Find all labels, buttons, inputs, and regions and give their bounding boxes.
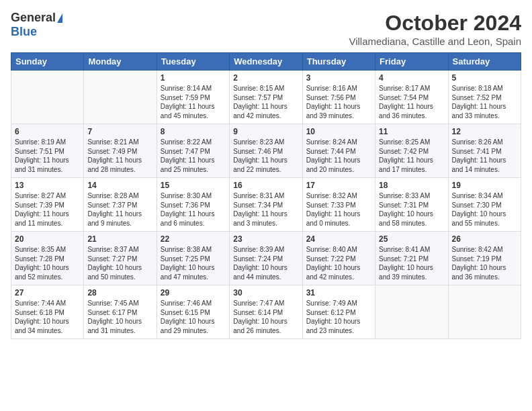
calendar-cell: 12Sunrise: 8:26 AM Sunset: 7:41 PM Dayli… <box>448 124 521 178</box>
calendar-cell: 18Sunrise: 8:33 AM Sunset: 7:31 PM Dayli… <box>375 178 448 232</box>
logo-blue-text: Blue <box>11 25 37 39</box>
day-number: 26 <box>452 234 517 244</box>
cell-content: Sunrise: 8:38 AM Sunset: 7:25 PM Dayligh… <box>161 245 226 281</box>
day-number: 16 <box>233 181 298 190</box>
calendar-cell: 29Sunrise: 7:46 AM Sunset: 6:15 PM Dayli… <box>157 285 229 339</box>
calendar-cell: 22Sunrise: 8:38 AM Sunset: 7:25 PM Dayli… <box>157 232 229 285</box>
cell-content: Sunrise: 8:34 AM Sunset: 7:30 PM Dayligh… <box>452 191 517 228</box>
cell-content: Sunrise: 8:42 AM Sunset: 7:19 PM Dayligh… <box>452 245 517 281</box>
calendar-cell: 15Sunrise: 8:30 AM Sunset: 7:36 PM Dayli… <box>157 178 229 232</box>
calendar-cell: 1Sunrise: 8:14 AM Sunset: 7:59 PM Daylig… <box>157 71 229 124</box>
day-number: 1 <box>161 73 226 83</box>
day-number: 14 <box>87 181 152 190</box>
calendar-cell: 30Sunrise: 7:47 AM Sunset: 6:14 PM Dayli… <box>230 285 302 339</box>
cell-content: Sunrise: 8:17 AM Sunset: 7:54 PM Dayligh… <box>379 84 444 120</box>
cell-content: Sunrise: 8:18 AM Sunset: 7:52 PM Dayligh… <box>452 84 517 120</box>
cell-content: Sunrise: 8:23 AM Sunset: 7:46 PM Dayligh… <box>233 138 298 174</box>
page-header: General Blue October 2024 Villamediana, … <box>11 11 521 47</box>
day-number: 6 <box>15 127 80 136</box>
day-number: 2 <box>233 73 298 83</box>
cell-content: Sunrise: 8:39 AM Sunset: 7:24 PM Dayligh… <box>233 245 298 281</box>
calendar-week-row: 6Sunrise: 8:19 AM Sunset: 7:51 PM Daylig… <box>11 124 521 178</box>
day-number: 15 <box>161 181 226 190</box>
calendar-cell: 23Sunrise: 8:39 AM Sunset: 7:24 PM Dayli… <box>230 232 302 285</box>
cell-content: Sunrise: 7:44 AM Sunset: 6:18 PM Dayligh… <box>15 299 80 335</box>
calendar-cell <box>375 285 448 339</box>
calendar-cell: 26Sunrise: 8:42 AM Sunset: 7:19 PM Dayli… <box>448 232 521 285</box>
cell-content: Sunrise: 8:25 AM Sunset: 7:42 PM Dayligh… <box>379 138 444 174</box>
weekday-header-monday: Monday <box>84 53 157 71</box>
cell-content: Sunrise: 8:26 AM Sunset: 7:41 PM Dayligh… <box>452 138 517 174</box>
calendar-cell: 14Sunrise: 8:28 AM Sunset: 7:37 PM Dayli… <box>84 178 157 232</box>
location-subtitle: Villamediana, Castille and Leon, Spain <box>349 36 521 47</box>
calendar-cell: 31Sunrise: 7:49 AM Sunset: 6:12 PM Dayli… <box>302 285 375 339</box>
weekday-header-saturday: Saturday <box>448 53 521 71</box>
calendar-cell: 16Sunrise: 8:31 AM Sunset: 7:34 PM Dayli… <box>230 178 302 232</box>
weekday-header-row: SundayMondayTuesdayWednesdayThursdayFrid… <box>11 53 521 71</box>
day-number: 8 <box>161 127 226 136</box>
day-number: 18 <box>379 181 444 190</box>
day-number: 10 <box>306 127 371 136</box>
logo-triangle-icon <box>57 13 62 23</box>
cell-content: Sunrise: 8:24 AM Sunset: 7:44 PM Dayligh… <box>306 138 371 174</box>
cell-content: Sunrise: 8:19 AM Sunset: 7:51 PM Dayligh… <box>15 138 80 174</box>
weekday-header-thursday: Thursday <box>302 53 375 71</box>
calendar-cell: 7Sunrise: 8:21 AM Sunset: 7:49 PM Daylig… <box>84 124 157 178</box>
calendar-cell <box>448 285 521 339</box>
cell-content: Sunrise: 8:22 AM Sunset: 7:47 PM Dayligh… <box>161 138 226 174</box>
calendar-cell: 13Sunrise: 8:27 AM Sunset: 7:39 PM Dayli… <box>11 178 84 232</box>
calendar-cell: 24Sunrise: 8:40 AM Sunset: 7:22 PM Dayli… <box>302 232 375 285</box>
cell-content: Sunrise: 7:47 AM Sunset: 6:14 PM Dayligh… <box>233 299 298 335</box>
cell-content: Sunrise: 7:46 AM Sunset: 6:15 PM Dayligh… <box>161 299 226 335</box>
cell-content: Sunrise: 8:32 AM Sunset: 7:33 PM Dayligh… <box>306 191 371 228</box>
calendar-cell: 27Sunrise: 7:44 AM Sunset: 6:18 PM Dayli… <box>11 285 84 339</box>
calendar-header: SundayMondayTuesdayWednesdayThursdayFrid… <box>11 53 521 71</box>
calendar-cell: 10Sunrise: 8:24 AM Sunset: 7:44 PM Dayli… <box>302 124 375 178</box>
day-number: 29 <box>161 288 226 298</box>
day-number: 22 <box>161 234 226 244</box>
weekday-header-sunday: Sunday <box>11 53 84 71</box>
title-block: October 2024 Villamediana, Castille and … <box>349 11 521 47</box>
day-number: 27 <box>15 288 80 298</box>
calendar-week-row: 1Sunrise: 8:14 AM Sunset: 7:59 PM Daylig… <box>11 71 521 124</box>
calendar-week-row: 13Sunrise: 8:27 AM Sunset: 7:39 PM Dayli… <box>11 178 521 232</box>
calendar-cell: 11Sunrise: 8:25 AM Sunset: 7:42 PM Dayli… <box>375 124 448 178</box>
cell-content: Sunrise: 8:31 AM Sunset: 7:34 PM Dayligh… <box>233 191 298 228</box>
calendar-cell: 17Sunrise: 8:32 AM Sunset: 7:33 PM Dayli… <box>302 178 375 232</box>
calendar-cell: 9Sunrise: 8:23 AM Sunset: 7:46 PM Daylig… <box>230 124 302 178</box>
cell-content: Sunrise: 8:35 AM Sunset: 7:28 PM Dayligh… <box>15 245 80 281</box>
cell-content: Sunrise: 8:21 AM Sunset: 7:49 PM Dayligh… <box>87 138 152 174</box>
day-number: 21 <box>87 234 152 244</box>
day-number: 30 <box>233 288 298 298</box>
cell-content: Sunrise: 8:16 AM Sunset: 7:56 PM Dayligh… <box>306 84 371 120</box>
calendar-cell: 21Sunrise: 8:37 AM Sunset: 7:27 PM Dayli… <box>84 232 157 285</box>
day-number: 7 <box>87 127 152 136</box>
calendar-week-row: 27Sunrise: 7:44 AM Sunset: 6:18 PM Dayli… <box>11 285 521 339</box>
calendar-cell: 2Sunrise: 8:15 AM Sunset: 7:57 PM Daylig… <box>230 71 302 124</box>
cell-content: Sunrise: 7:49 AM Sunset: 6:12 PM Dayligh… <box>306 299 371 335</box>
cell-content: Sunrise: 8:33 AM Sunset: 7:31 PM Dayligh… <box>379 191 444 228</box>
calendar-cell: 5Sunrise: 8:18 AM Sunset: 7:52 PM Daylig… <box>448 71 521 124</box>
logo-general-text: General <box>11 11 56 25</box>
day-number: 3 <box>306 73 371 83</box>
weekday-header-wednesday: Wednesday <box>230 53 302 71</box>
calendar-table: SundayMondayTuesdayWednesdayThursdayFrid… <box>11 52 521 339</box>
day-number: 28 <box>87 288 152 298</box>
day-number: 12 <box>452 127 517 136</box>
day-number: 23 <box>233 234 298 244</box>
day-number: 11 <box>379 127 444 136</box>
calendar-cell: 8Sunrise: 8:22 AM Sunset: 7:47 PM Daylig… <box>157 124 229 178</box>
day-number: 5 <box>452 73 517 83</box>
calendar-body: 1Sunrise: 8:14 AM Sunset: 7:59 PM Daylig… <box>11 71 521 339</box>
calendar-cell: 20Sunrise: 8:35 AM Sunset: 7:28 PM Dayli… <box>11 232 84 285</box>
month-title: October 2024 <box>349 11 521 36</box>
weekday-header-friday: Friday <box>375 53 448 71</box>
day-number: 19 <box>452 181 517 190</box>
cell-content: Sunrise: 8:40 AM Sunset: 7:22 PM Dayligh… <box>306 245 371 281</box>
day-number: 9 <box>233 127 298 136</box>
day-number: 24 <box>306 234 371 244</box>
calendar-cell: 4Sunrise: 8:17 AM Sunset: 7:54 PM Daylig… <box>375 71 448 124</box>
calendar-cell: 19Sunrise: 8:34 AM Sunset: 7:30 PM Dayli… <box>448 178 521 232</box>
day-number: 13 <box>15 181 80 190</box>
day-number: 31 <box>306 288 371 298</box>
